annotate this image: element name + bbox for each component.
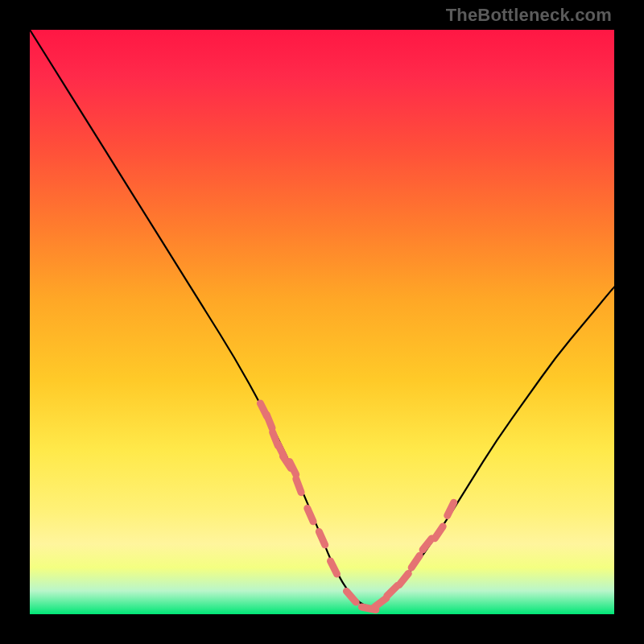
- svg-line-16: [423, 539, 431, 550]
- svg-line-18: [448, 502, 454, 515]
- chart-canvas: TheBottleneck.com: [0, 0, 644, 644]
- watermark-text: TheBottleneck.com: [446, 5, 612, 26]
- svg-line-14: [399, 573, 408, 584]
- svg-line-9: [331, 561, 337, 574]
- svg-line-15: [411, 555, 419, 568]
- svg-line-7: [308, 508, 313, 521]
- highlight-markers: [260, 403, 453, 610]
- svg-line-6: [296, 479, 301, 493]
- svg-line-1: [266, 415, 272, 428]
- svg-line-13: [387, 586, 398, 597]
- svg-line-8: [319, 531, 324, 544]
- svg-line-12: [374, 598, 386, 607]
- bottleneck-curve: [30, 30, 614, 606]
- svg-line-17: [435, 526, 443, 539]
- plot-area: [30, 30, 614, 614]
- svg-line-10: [346, 591, 356, 602]
- curve-svg: [30, 30, 614, 614]
- svg-line-5: [290, 462, 296, 475]
